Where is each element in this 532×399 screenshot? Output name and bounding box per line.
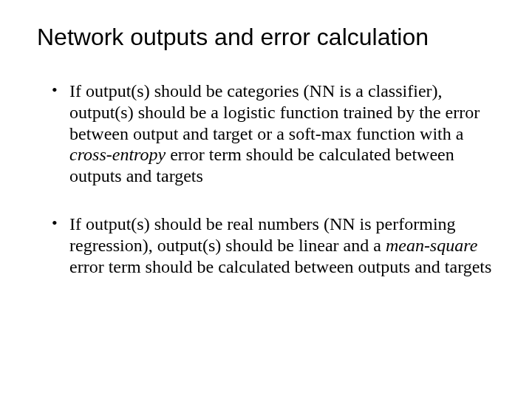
bullet-text-em: cross-entropy bbox=[69, 145, 166, 164]
bullet-list: If output(s) should be categories (NN is… bbox=[37, 81, 495, 277]
slide: Network outputs and error calculation If… bbox=[0, 0, 532, 399]
bullet-text-post: error term should be calculated between … bbox=[69, 257, 491, 276]
bullet-text-em: mean-square bbox=[386, 236, 477, 255]
bullet-text-pre: If output(s) should be categories (NN is… bbox=[69, 81, 480, 143]
slide-title: Network outputs and error calculation bbox=[37, 24, 495, 51]
list-item: If output(s) should be categories (NN is… bbox=[52, 81, 495, 187]
list-item: If output(s) should be real numbers (NN … bbox=[52, 214, 495, 277]
